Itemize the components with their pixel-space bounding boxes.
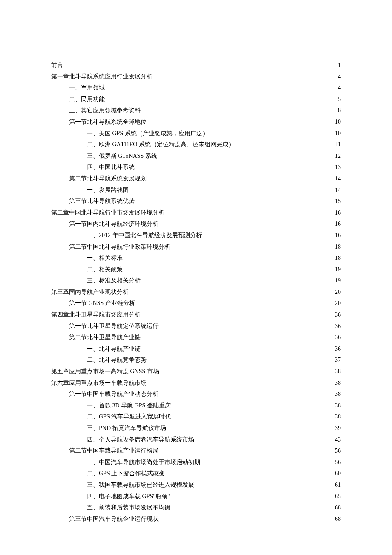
toc-entry: 三、标准及相关分析19 bbox=[87, 275, 341, 287]
toc-entry: 第三章国内导航产业现状分析20 bbox=[51, 287, 341, 298]
toc-entry-page: 16 bbox=[335, 207, 341, 219]
toc-entry-page: 19 bbox=[335, 275, 341, 287]
toc-entry-label: 一、中国汽车导航市场尚处于市场启动初期 bbox=[87, 457, 200, 468]
toc-entry-label: 第三节中国汽车导航企业运行现状 bbox=[69, 514, 159, 525]
toc-entry: 五、前装和后装市场发展不均衡68 bbox=[87, 502, 341, 514]
toc-entry: 一、发展路线图14 bbox=[87, 185, 341, 196]
toc-entry: 第一节北斗卫星导航定位系统运行36 bbox=[69, 321, 341, 332]
toc-entry: 第四章北斗卫星导航市场应用分析36 bbox=[51, 309, 341, 321]
toc-entry: 第一节国内北斗导航经济环境分析16 bbox=[69, 218, 341, 230]
toc-entry: 第二节北斗导航系统发展规划14 bbox=[69, 173, 341, 185]
toc-entry-page: 38 bbox=[335, 400, 341, 412]
toc-entry-page: 38 bbox=[335, 378, 341, 389]
toc-entry-label: 二、民用功能 bbox=[69, 94, 105, 105]
toc-entry-page: 12 bbox=[335, 151, 341, 162]
toc-entry-page: 8 bbox=[338, 105, 341, 116]
toc-entry: 四、电子地图成车载 GPS"瓶颈"65 bbox=[87, 491, 341, 503]
toc-entry-page: 5 bbox=[338, 94, 341, 105]
toc-entry: 四、个人导航设备席卷汽车导航系统市场43 bbox=[87, 434, 341, 446]
toc-entry-label: 三、我国车载导航市场已经进入规模发展 bbox=[87, 479, 194, 491]
toc-entry-label: 第一节北斗导航系统全球地位 bbox=[69, 116, 147, 128]
toc-entry-page: 15 bbox=[335, 196, 341, 207]
toc-entry: 四、中国北斗系统13 bbox=[87, 162, 341, 173]
toc-entry-page: 10 bbox=[335, 116, 341, 128]
toc-entry: 一、相关标准18 bbox=[87, 253, 341, 264]
toc-entry-page: 37 bbox=[335, 355, 341, 366]
toc-entry-page: 4 bbox=[338, 82, 341, 94]
toc-entry: 第二节北斗卫星导航产业链36 bbox=[69, 332, 341, 343]
toc-entry-page: 13 bbox=[335, 162, 341, 173]
toc-entry-label: 第一节北斗卫星导航定位系统运行 bbox=[69, 321, 159, 332]
toc-entry: 二、GPS 汽车导航进入宽屏时代38 bbox=[87, 411, 341, 423]
toc-entry-label: 第三节北斗导航系统优势 bbox=[69, 196, 135, 207]
toc-entry-page: 36 bbox=[335, 309, 341, 321]
toc-entry: 前言1 bbox=[51, 60, 341, 71]
toc-entry-page: 38 bbox=[335, 366, 341, 378]
toc-entry-label: 第二节中国车载导航产业运行格局 bbox=[69, 445, 159, 457]
toc-entry-label: 三、标准及相关分析 bbox=[87, 275, 141, 287]
toc-entry: 一、美国 GPS 系统（产业链成熟，应用广泛）10 bbox=[87, 128, 341, 139]
toc-entry: 第二节中国车载导航产业运行格局56 bbox=[69, 445, 341, 457]
toc-entry-page: 18 bbox=[335, 241, 341, 253]
toc-entry-label: 二、欧洲 GA111EO 系统（定位精度高、还未组网完成） bbox=[87, 139, 234, 151]
toc-entry: 三、俄罗斯 G1oNASS 系统12 bbox=[87, 151, 341, 162]
toc-entry: 第六章应用重点市场一车载导航市场38 bbox=[51, 378, 341, 389]
toc-entry-label: 四、个人导航设备席卷汽车导航系统市场 bbox=[87, 434, 194, 446]
toc-entry-page: I1 bbox=[336, 139, 341, 151]
toc-entry-label: 一、相关标准 bbox=[87, 253, 123, 264]
toc-entry-label: 第一节中国车载导航产业动态分析 bbox=[69, 389, 159, 400]
toc-entry: 第一章北斗导航系统应用行业发展分析4 bbox=[51, 71, 341, 83]
toc-entry-page: 36 bbox=[335, 332, 341, 343]
toc-entry-page: 56 bbox=[335, 445, 341, 457]
toc-entry: 第三节中国汽车导航企业运行现状68 bbox=[69, 514, 341, 525]
toc-entry-page: 38 bbox=[335, 389, 341, 400]
toc-entry-label: 第六章应用重点市场一车载导航市场 bbox=[51, 378, 147, 389]
toc-entry-label: 第二章中国北斗导航行业市场发展环境分析 bbox=[51, 207, 164, 219]
toc-entry-page: 4 bbox=[338, 71, 341, 83]
toc-entry-label: 前言 bbox=[51, 60, 63, 71]
toc-entry-page: 16 bbox=[335, 218, 341, 230]
toc-entry-page: 10 bbox=[335, 128, 341, 139]
toc-entry-label: 一、首款 3D 导航 GPS 登陆重庆 bbox=[87, 400, 171, 412]
toc-entry-label: 三、PND 拓宽汽车导航仪市场 bbox=[87, 423, 166, 434]
toc-entry-page: 68 bbox=[335, 514, 341, 525]
toc-entry: 二、北斗导航竞争态势37 bbox=[87, 355, 341, 366]
toc-entry: 一、中国汽车导航市场尚处于市场启动初期56 bbox=[87, 457, 341, 468]
toc-entry-label: 一、北斗导航产业链 bbox=[87, 343, 141, 355]
toc-entry: 第一节北斗导航系统全球地位10 bbox=[69, 116, 341, 128]
toc-entry-label: 二、GPS 汽车导航进入宽屏时代 bbox=[87, 411, 171, 423]
toc-entry-label: 四、中国北斗系统 bbox=[87, 162, 135, 173]
toc-entry-label: 第四章北斗卫星导航市场应用分析 bbox=[51, 309, 141, 321]
toc-entry-page: 20 bbox=[335, 287, 341, 298]
toc-entry-page: 20 bbox=[335, 298, 341, 309]
toc-entry-label: 一、发展路线图 bbox=[87, 185, 129, 196]
toc-entry: 第二章中国北斗导航行业市场发展环境分析16 bbox=[51, 207, 341, 219]
toc-entry-page: 14 bbox=[335, 173, 341, 185]
toc-entry-label: 第三章国内导航产业现状分析 bbox=[51, 287, 129, 298]
toc-entry: 二、相关政策19 bbox=[87, 264, 341, 276]
toc-entry-label: 二、北斗导航竞争态势 bbox=[87, 355, 147, 366]
toc-entry-label: 一、美国 GPS 系统（产业链成熟，应用广泛） bbox=[87, 128, 208, 139]
toc-entry-page: 14 bbox=[335, 185, 341, 196]
toc-entry-label: 二、GPS 上下游合作模式改变 bbox=[87, 468, 165, 479]
toc-entry: 二、GPS 上下游合作模式改变60 bbox=[87, 468, 341, 479]
toc-entry-page: 16 bbox=[335, 230, 341, 241]
toc-entry: 第一节 GNSS 产业链分析20 bbox=[69, 298, 341, 309]
toc-entry: 一、北斗导航产业链36 bbox=[87, 343, 341, 355]
toc-entry-page: 61 bbox=[335, 479, 341, 491]
toc-entry: 三、其它应用领域参考资料8 bbox=[69, 105, 341, 116]
toc-entry: 一、2012 年中国北斗导航经济发展预测分析16 bbox=[87, 230, 341, 241]
toc-entry-label: 第二节北斗卫星导航产业链 bbox=[69, 332, 141, 343]
toc-entry: 一、军用领域4 bbox=[69, 82, 341, 94]
toc-entry-label: 四、电子地图成车载 GPS"瓶颈" bbox=[87, 491, 170, 503]
toc-entry-page: 65 bbox=[335, 491, 341, 503]
toc-entry-page: 36 bbox=[335, 343, 341, 355]
toc-entry: 三、PND 拓宽汽车导航仪市场39 bbox=[87, 423, 341, 434]
toc-entry-label: 三、其它应用领域参考资料 bbox=[69, 105, 141, 116]
toc-entry: 二、民用功能5 bbox=[69, 94, 341, 105]
toc-entry-label: 二、相关政策 bbox=[87, 264, 123, 276]
toc-entry-label: 五、前装和后装市场发展不均衡 bbox=[87, 502, 170, 514]
toc-entry-page: 43 bbox=[335, 434, 341, 446]
toc-entry: 第一节中国车载导航产业动态分析38 bbox=[69, 389, 341, 400]
toc-entry-page: 19 bbox=[335, 264, 341, 276]
